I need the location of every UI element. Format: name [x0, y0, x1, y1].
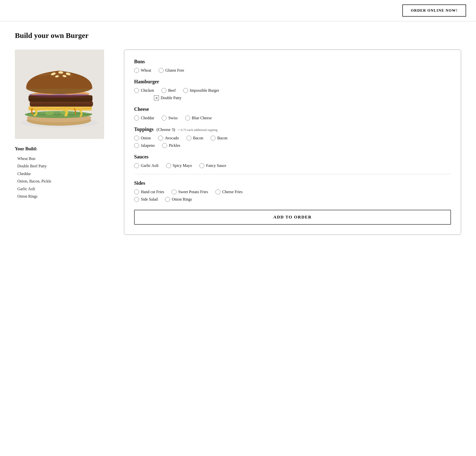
bun-glutenfree-option[interactable]: Gluten Free: [159, 68, 184, 73]
topping-jalapeno-radio: [134, 143, 139, 148]
cheese-bluecheese-radio: [185, 116, 190, 121]
hamburger-doublepatty-checkbox: [154, 95, 159, 100]
sauce-spicymayo-option[interactable]: Spicy Mayo: [166, 163, 192, 168]
sauces-title: Sauces: [134, 154, 451, 160]
side-onionrings-option[interactable]: Onion Rings: [165, 197, 192, 202]
topping-onion-radio: [134, 136, 139, 141]
hamburger-beef-label: Beef: [168, 88, 176, 93]
svg-rect-6: [29, 106, 92, 111]
sauce-garlicaoli-label: Garlic Aoli: [141, 163, 159, 168]
buns-section: Buns Wheat Gluten Free: [134, 59, 451, 73]
cheese-cheddar-label: Cheddar: [141, 116, 154, 120]
build-item: Cheddar: [17, 170, 109, 178]
sauces-section: Sauces Garlic Aoli Spicy Mayo Fancy Sauc…: [134, 154, 451, 168]
topping-bacon1-radio: [186, 136, 191, 141]
topping-jalapeno-label: Jalapeno: [141, 143, 155, 148]
side-cheesefries-label: Cheese Fries: [222, 190, 242, 194]
hamburger-doublepatty-label: Double Patty: [161, 96, 181, 100]
sauce-fancysauce-radio: [199, 163, 204, 168]
svg-point-4: [45, 111, 54, 115]
side-sweetpotatofries-option[interactable]: Sweet Potato Fries: [172, 189, 208, 194]
config-box: Buns Wheat Gluten Free Hamburger: [124, 50, 461, 235]
bun-wheat-label: Wheat: [141, 68, 151, 73]
page-title: Build your own Burger: [15, 31, 461, 40]
topping-bacon2-radio: [210, 136, 215, 141]
hamburger-beef-radio: [161, 88, 166, 93]
topping-avocado-radio: [158, 136, 163, 141]
side-cheesefries-radio: [215, 189, 220, 194]
bun-glutenfree-label: Gluten Free: [165, 68, 184, 73]
topping-bacon2-option[interactable]: Bacon: [210, 136, 227, 141]
toppings-options-row1: Onion Avocado Bacon Bacon: [134, 136, 451, 141]
add-to-order-button[interactable]: ADD TO ORDER: [134, 210, 451, 225]
hamburger-section: Hamburger Chicken Beef Impossible Burger: [134, 79, 451, 100]
topping-pickles-option[interactable]: Pickles: [162, 143, 180, 148]
cheese-cheddar-option[interactable]: Cheddar: [134, 116, 154, 121]
topping-onion-label: Onion: [141, 136, 151, 140]
sides-options-row1: Hand cut Fries Sweet Potato Fries Cheese…: [134, 189, 451, 194]
bun-glutenfree-radio: [159, 68, 164, 73]
side-sidesalad-label: Side Salad: [141, 197, 158, 202]
hamburger-impossible-label: Impossible Burger: [190, 88, 219, 93]
build-item: Wheat Bun: [17, 155, 109, 162]
build-item: Garlic Aoli: [17, 185, 109, 193]
build-item: Onion Rings: [17, 193, 109, 200]
side-handcutfries-option[interactable]: Hand cut Fries: [134, 189, 164, 194]
side-onionrings-label: Onion Rings: [172, 197, 192, 202]
hamburger-extra-options: Double Patty: [134, 95, 451, 100]
hamburger-doublepatty-option[interactable]: Double Patty: [154, 95, 181, 100]
hamburger-impossible-radio: [183, 88, 188, 93]
side-handcutfries-label: Hand cut Fries: [141, 190, 164, 194]
topping-jalapeno-option[interactable]: Jalapeno: [134, 143, 155, 148]
cheese-section: Cheese Cheddar Swiss Blue Cheese: [134, 106, 451, 121]
side-sweetpotatofries-label: Sweet Potato Fries: [178, 190, 208, 194]
toppings-section: Toppings (Choose 3) + 0.75 each addition…: [134, 126, 451, 148]
toppings-title: Toppings: [134, 126, 153, 132]
side-handcutfries-radio: [134, 189, 139, 194]
topping-pickles-label: Pickles: [169, 143, 180, 148]
build-item: Double Beef Patty: [17, 162, 109, 170]
cheese-swiss-radio: [162, 116, 167, 121]
sauce-garlicaoli-radio: [134, 163, 139, 168]
toppings-options-row2: Jalapeno Pickles: [134, 143, 451, 148]
hamburger-impossible-option[interactable]: Impossible Burger: [183, 88, 219, 93]
hamburger-options: Chicken Beef Impossible Burger: [134, 88, 451, 93]
sides-section: Sides Hand cut Fries Sweet Potato Fries …: [134, 180, 451, 202]
hamburger-chicken-option[interactable]: Chicken: [134, 88, 154, 93]
build-item: Onion, Bacon, Pickle: [17, 178, 109, 185]
toppings-header: Toppings (Choose 3) + 0.75 each addition…: [134, 126, 451, 132]
divider: [134, 174, 451, 174]
toppings-subtitle: (Choose 3): [156, 127, 175, 132]
cheese-bluecheese-option[interactable]: Blue Cheese: [185, 116, 212, 121]
topping-onion-option[interactable]: Onion: [134, 136, 151, 141]
hamburger-title: Hamburger: [134, 79, 451, 85]
burger-image: [15, 50, 104, 139]
sauce-spicymayo-label: Spicy Mayo: [173, 163, 192, 168]
sides-options-row2: Side Salad Onion Rings: [134, 197, 451, 202]
build-items-list: Wheat Bun Double Beef Patty Cheddar Onio…: [15, 155, 109, 200]
side-sidesalad-option[interactable]: Side Salad: [134, 197, 158, 202]
topping-avocado-option[interactable]: Avocado: [158, 136, 179, 141]
side-onionrings-radio: [165, 197, 170, 202]
hamburger-chicken-radio: [134, 88, 139, 93]
side-cheesefries-option[interactable]: Cheese Fries: [215, 189, 242, 194]
sides-title: Sides: [134, 180, 451, 186]
cheese-swiss-option[interactable]: Swiss: [162, 116, 178, 121]
topping-bacon1-label: Bacon: [193, 136, 203, 140]
toppings-note: + 0.75 each additional topping: [178, 128, 217, 132]
cheese-bluecheese-label: Blue Cheese: [192, 116, 212, 120]
topping-bacon1-option[interactable]: Bacon: [186, 136, 203, 141]
order-online-button[interactable]: ORDER ONLINE NOW!: [402, 4, 466, 17]
topping-pickles-radio: [162, 143, 167, 148]
sauce-garlicaoli-option[interactable]: Garlic Aoli: [134, 163, 159, 168]
topping-bacon2-label: Bacon: [217, 136, 227, 140]
sauce-fancysauce-option[interactable]: Fancy Sauce: [199, 163, 226, 168]
your-build-label: Your Build:: [15, 146, 109, 152]
sauce-spicymayo-radio: [166, 163, 171, 168]
sauce-fancysauce-label: Fancy Sauce: [206, 163, 226, 168]
bun-wheat-option[interactable]: Wheat: [134, 68, 151, 73]
hamburger-beef-option[interactable]: Beef: [161, 88, 176, 93]
cheese-title: Cheese: [134, 106, 451, 112]
buns-title: Buns: [134, 59, 451, 64]
sauces-options: Garlic Aoli Spicy Mayo Fancy Sauce: [134, 163, 451, 168]
